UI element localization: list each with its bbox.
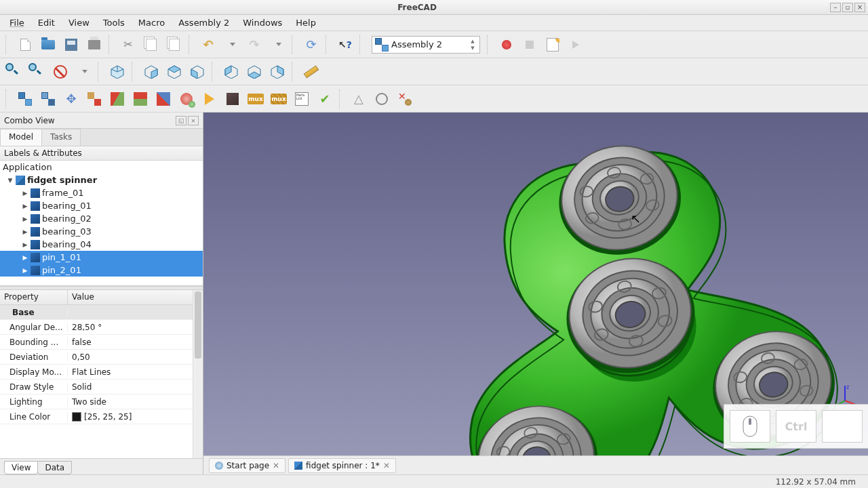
paste-button[interactable] [164, 35, 184, 55]
menu-tools[interactable]: Tools [96, 16, 132, 29]
redo-button[interactable]: ↷ [244, 35, 264, 55]
copy-button[interactable] [141, 35, 161, 55]
draw-style-button[interactable] [50, 62, 71, 82]
constraint-sphere-button[interactable] [176, 89, 197, 109]
rear-view-button[interactable] [221, 62, 241, 82]
property-row[interactable]: Line Color[25, 25, 25] [0, 409, 203, 424]
new-doc-button[interactable] [15, 35, 35, 55]
tree-item[interactable]: ▶bearing_04 [0, 238, 203, 251]
workbench-current: Assembly 2 [391, 39, 442, 49]
close-tab-icon[interactable]: ✕ [383, 461, 390, 470]
combo-close-button[interactable]: × [188, 116, 199, 125]
tab-data[interactable]: Data [37, 461, 72, 474]
menu-windows[interactable]: Windows [236, 16, 289, 29]
menu-macro[interactable]: Macro [132, 16, 172, 29]
toolbar-assembly: ✥ mux mux PartsList ✔ △ [0, 85, 868, 113]
macro-stop-button[interactable] [519, 35, 540, 55]
mux-button[interactable]: mux [245, 89, 266, 109]
property-row[interactable]: Bounding ...false [0, 335, 203, 350]
property-row[interactable]: Angular De...28,50 ° [0, 320, 203, 335]
menu-view[interactable]: View [62, 16, 96, 29]
move-part-button[interactable]: ✥ [61, 89, 81, 109]
refresh-button[interactable]: ⟳ [301, 35, 321, 55]
tree-header: Labels & Attributes [0, 146, 203, 161]
property-row[interactable]: LightingTwo side [0, 394, 203, 409]
clear-button[interactable] [395, 89, 415, 109]
check-overlap-button[interactable] [372, 89, 392, 109]
close-button[interactable]: × [854, 3, 865, 12]
undo-button[interactable]: ↶ [198, 35, 218, 55]
check-assembly-button[interactable]: ✔ [315, 89, 335, 109]
macro-execute-button[interactable] [566, 35, 586, 55]
open-button[interactable] [38, 35, 58, 55]
tree-item[interactable]: ▶pin_1_01 [0, 251, 203, 264]
tab-tasks[interactable]: Tasks [41, 129, 81, 146]
mux-refresh-button[interactable]: mux [269, 89, 289, 109]
bool-fragments-button[interactable]: △ [349, 89, 369, 109]
close-tab-icon[interactable]: ✕ [273, 461, 279, 470]
3d-viewport[interactable]: ↖ x y z Ctrl Start page ✕ fidget spi [203, 113, 868, 474]
menu-assembly2[interactable]: Assembly 2 [172, 16, 236, 29]
svg-rect-38 [749, 418, 751, 425]
front-view-button[interactable] [141, 62, 161, 82]
menu-file[interactable]: File [3, 16, 31, 29]
constraint-axial-button[interactable] [130, 89, 151, 109]
save-button[interactable] [61, 35, 81, 55]
undo-history-dropdown[interactable] [230, 43, 235, 46]
sidebar: Combo View ◱ × Model Tasks Labels & Attr… [0, 113, 203, 474]
workbench-selector[interactable]: Assembly 2 ▲▼ [372, 36, 480, 54]
tree-item[interactable]: ▶pin_2_01 [0, 264, 203, 277]
measure-button[interactable] [301, 62, 321, 82]
degrees-of-freedom-button[interactable] [222, 89, 243, 109]
redo-history-dropdown[interactable] [276, 43, 281, 46]
fit-all-button[interactable] [4, 62, 24, 82]
svg-marker-11 [225, 66, 231, 75]
right-view-button[interactable] [187, 62, 208, 82]
tree-item[interactable]: ▶bearing_02 [0, 212, 203, 225]
viewport-tab-startpage[interactable]: Start page ✕ [209, 458, 285, 473]
tree-doc-root[interactable]: ▼ fidget spinner [0, 174, 203, 186]
fit-selection-button[interactable] [27, 62, 47, 82]
assembly-icon [375, 38, 389, 52]
property-row[interactable]: Draw StyleSolid [0, 380, 203, 394]
left-view-button[interactable] [267, 62, 288, 82]
animate-button[interactable] [199, 89, 220, 109]
import-part-button[interactable] [15, 89, 35, 109]
macro-record-button[interactable] [496, 35, 517, 55]
top-view-button[interactable] [164, 62, 184, 82]
property-row[interactable]: Deviation0,50 [0, 350, 203, 365]
property-row[interactable]: Display Mo...Flat Lines [0, 365, 203, 380]
update-parts-button[interactable] [38, 89, 58, 109]
whatsthis-button[interactable]: ↖? [335, 35, 355, 55]
isometric-view-button[interactable] [107, 62, 127, 82]
macros-button[interactable] [542, 35, 563, 55]
toolbar-view [0, 58, 868, 85]
tree-item[interactable]: ▶bearing_03 [0, 225, 203, 238]
props-scrollbar[interactable] [193, 290, 203, 458]
constraint-circular-button[interactable] [84, 89, 104, 109]
print-button[interactable] [84, 35, 104, 55]
parts-list-button[interactable]: PartsList [292, 89, 312, 109]
tab-model[interactable]: Model [0, 129, 42, 146]
hud-mouse-icon [730, 410, 770, 443]
menu-help[interactable]: Help [289, 16, 323, 29]
prop-col-value: Value [68, 290, 98, 304]
draw-style-dropdown[interactable] [82, 70, 87, 73]
tree-item[interactable]: ▶frame_01 [0, 186, 203, 199]
viewport-tab-document[interactable]: fidget spinner : 1* ✕ [288, 458, 396, 473]
model-tree[interactable]: Labels & Attributes Application ▼ fidget… [0, 146, 203, 286]
constraint-plane-button[interactable] [107, 89, 127, 109]
combo-float-button[interactable]: ◱ [176, 116, 186, 125]
minimize-button[interactable]: – [830, 3, 841, 12]
tab-view[interactable]: View [4, 461, 38, 474]
menu-edit[interactable]: Edit [31, 16, 62, 29]
bottom-view-button[interactable] [244, 62, 264, 82]
cut-button[interactable]: ✂ [118, 35, 138, 55]
navigation-hud: Ctrl [724, 404, 868, 449]
constraint-angle-button[interactable] [153, 89, 174, 109]
maximize-button[interactable]: ▫ [842, 3, 853, 12]
toolbar-file: ✂ ↶ ↷ ⟳ ↖? Assembly 2 ▲▼ [0, 31, 868, 58]
hud-slot [822, 410, 863, 443]
tree-application[interactable]: Application [0, 161, 203, 174]
tree-item[interactable]: ▶bearing_01 [0, 199, 203, 212]
